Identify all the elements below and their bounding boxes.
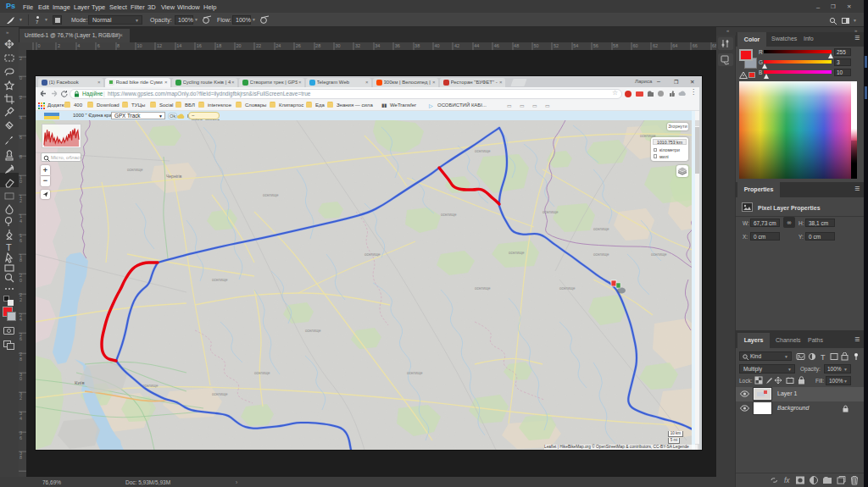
svg-text:оселище: оселище	[651, 252, 667, 257]
svg-text:оселище: оселище	[407, 371, 423, 375]
svg-text:оселище: оселище	[127, 168, 143, 172]
svg-text:оселище: оселище	[212, 392, 228, 396]
svg-text:оселище: оселище	[263, 193, 279, 197]
svg-text:оселище: оселище	[559, 286, 576, 291]
svg-text:оселище: оселище	[475, 149, 491, 153]
svg-text:оселище: оселище	[593, 227, 609, 231]
svg-text:оселище: оселище	[305, 329, 321, 333]
svg-text:оселище: оселище	[441, 213, 457, 217]
svg-text:оселище: оселище	[542, 210, 559, 214]
svg-text:Київ: Київ	[75, 380, 85, 385]
svg-text:Чернігів: Чернігів	[166, 174, 182, 179]
svg-text:оселище: оселище	[475, 286, 491, 291]
svg-text:T: T	[821, 353, 826, 362]
svg-text:оселище: оселище	[254, 371, 270, 375]
svg-text:оселище: оселище	[364, 252, 381, 257]
svg-text:оселище: оселище	[509, 251, 525, 255]
svg-text:оселище: оселище	[212, 278, 228, 282]
svg-text:fx: fx	[784, 476, 790, 484]
svg-text:оселище: оселище	[593, 252, 609, 257]
